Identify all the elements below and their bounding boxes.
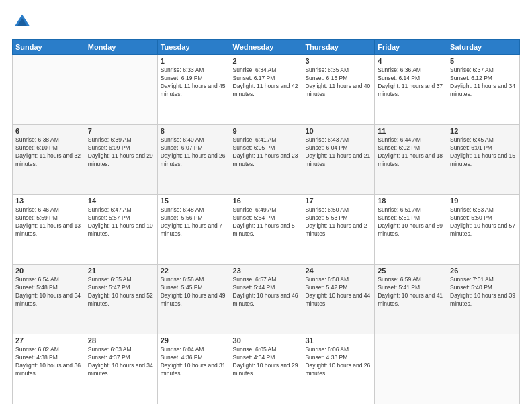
calendar-cell: 6Sunrise: 6:38 AM Sunset: 6:10 PM Daylig…	[13, 125, 85, 195]
cell-content: Sunrise: 6:47 AM Sunset: 5:57 PM Dayligh…	[88, 206, 154, 238]
calendar-cell: 7Sunrise: 6:39 AM Sunset: 6:09 PM Daylig…	[85, 125, 157, 195]
calendar-cell: 16Sunrise: 6:49 AM Sunset: 5:54 PM Dayli…	[230, 195, 302, 265]
calendar-cell: 15Sunrise: 6:48 AM Sunset: 5:56 PM Dayli…	[157, 195, 230, 265]
calendar-cell: 3Sunrise: 6:35 AM Sunset: 6:15 PM Daylig…	[302, 55, 375, 125]
day-number: 12	[450, 127, 517, 135]
calendar-cell: 19Sunrise: 6:53 AM Sunset: 5:50 PM Dayli…	[447, 195, 520, 265]
calendar-cell: 20Sunrise: 6:54 AM Sunset: 5:48 PM Dayli…	[13, 265, 85, 334]
day-number: 6	[15, 127, 82, 135]
day-number: 24	[305, 267, 371, 275]
cell-content: Sunrise: 6:44 AM Sunset: 6:02 PM Dayligh…	[378, 136, 444, 169]
cell-content: Sunrise: 6:35 AM Sunset: 6:15 PM Dayligh…	[305, 66, 371, 99]
day-number: 16	[233, 197, 300, 205]
day-number: 25	[378, 267, 444, 275]
calendar-cell: 17Sunrise: 6:50 AM Sunset: 5:53 PM Dayli…	[302, 195, 375, 265]
day-number: 22	[161, 267, 227, 275]
calendar-cell: 27Sunrise: 6:02 AM Sunset: 4:38 PM Dayli…	[13, 334, 85, 404]
calendar-cell: 23Sunrise: 6:57 AM Sunset: 5:44 PM Dayli…	[230, 265, 302, 334]
calendar-cell: 13Sunrise: 6:46 AM Sunset: 5:59 PM Dayli…	[13, 195, 85, 265]
cell-content: Sunrise: 6:45 AM Sunset: 6:01 PM Dayligh…	[450, 136, 517, 169]
cell-content: Sunrise: 6:40 AM Sunset: 6:07 PM Dayligh…	[161, 136, 227, 169]
calendar-cell: 11Sunrise: 6:44 AM Sunset: 6:02 PM Dayli…	[375, 125, 447, 195]
calendar-cell: 18Sunrise: 6:51 AM Sunset: 5:51 PM Dayli…	[375, 195, 447, 265]
calendar-cell: 9Sunrise: 6:41 AM Sunset: 6:05 PM Daylig…	[230, 125, 302, 195]
calendar-header-row: SundayMondayTuesdayWednesdayThursdayFrid…	[13, 40, 520, 55]
calendar-cell: 31Sunrise: 6:06 AM Sunset: 4:33 PM Dayli…	[302, 334, 375, 404]
day-number: 31	[305, 336, 371, 345]
calendar-cell: 30Sunrise: 6:05 AM Sunset: 4:34 PM Dayli…	[230, 334, 302, 404]
day-header-sunday: Sunday	[13, 40, 85, 55]
calendar-cell: 22Sunrise: 6:56 AM Sunset: 5:45 PM Dayli…	[157, 265, 230, 334]
day-header-thursday: Thursday	[302, 40, 375, 55]
cell-content: Sunrise: 6:48 AM Sunset: 5:56 PM Dayligh…	[161, 206, 227, 238]
calendar-week-4: 20Sunrise: 6:54 AM Sunset: 5:48 PM Dayli…	[13, 265, 520, 334]
calendar-cell: 29Sunrise: 6:04 AM Sunset: 4:36 PM Dayli…	[157, 334, 230, 404]
calendar-cell: 10Sunrise: 6:43 AM Sunset: 6:04 PM Dayli…	[302, 125, 375, 195]
day-number: 7	[88, 127, 154, 135]
day-header-monday: Monday	[85, 40, 157, 55]
cell-content: Sunrise: 6:34 AM Sunset: 6:17 PM Dayligh…	[233, 66, 300, 99]
cell-content: Sunrise: 6:05 AM Sunset: 4:34 PM Dayligh…	[233, 346, 300, 378]
calendar-cell: 5Sunrise: 6:37 AM Sunset: 6:12 PM Daylig…	[447, 55, 520, 125]
day-number: 20	[15, 267, 82, 275]
cell-content: Sunrise: 6:36 AM Sunset: 6:14 PM Dayligh…	[378, 66, 444, 99]
cell-content: Sunrise: 7:01 AM Sunset: 5:40 PM Dayligh…	[450, 276, 517, 308]
cell-content: Sunrise: 6:43 AM Sunset: 6:04 PM Dayligh…	[305, 136, 371, 169]
calendar-cell: 21Sunrise: 6:55 AM Sunset: 5:47 PM Dayli…	[85, 265, 157, 334]
calendar-cell: 12Sunrise: 6:45 AM Sunset: 6:01 PM Dayli…	[447, 125, 520, 195]
calendar-cell: 14Sunrise: 6:47 AM Sunset: 5:57 PM Dayli…	[85, 195, 157, 265]
day-number: 15	[161, 197, 227, 205]
day-number: 19	[450, 197, 517, 205]
calendar: SundayMondayTuesdayWednesdayThursdayFrid…	[12, 39, 520, 404]
calendar-cell: 26Sunrise: 7:01 AM Sunset: 5:40 PM Dayli…	[447, 265, 520, 334]
day-header-tuesday: Tuesday	[157, 40, 230, 55]
day-number: 27	[15, 336, 82, 345]
cell-content: Sunrise: 6:51 AM Sunset: 5:51 PM Dayligh…	[378, 206, 444, 238]
day-number: 26	[450, 267, 517, 275]
day-number: 23	[233, 267, 300, 275]
cell-content: Sunrise: 6:39 AM Sunset: 6:09 PM Dayligh…	[88, 136, 154, 169]
page: SundayMondayTuesdayWednesdayThursdayFrid…	[0, 0, 532, 411]
day-number: 29	[161, 336, 227, 345]
calendar-week-5: 27Sunrise: 6:02 AM Sunset: 4:38 PM Dayli…	[13, 334, 520, 404]
calendar-cell	[85, 55, 157, 125]
day-number: 13	[15, 197, 82, 205]
day-header-friday: Friday	[375, 40, 447, 55]
calendar-cell	[447, 334, 520, 404]
day-number: 21	[88, 267, 154, 275]
day-number: 3	[305, 57, 371, 65]
calendar-cell: 25Sunrise: 6:59 AM Sunset: 5:41 PM Dayli…	[375, 265, 447, 334]
cell-content: Sunrise: 6:38 AM Sunset: 6:10 PM Dayligh…	[15, 136, 82, 169]
cell-content: Sunrise: 6:33 AM Sunset: 6:19 PM Dayligh…	[161, 66, 227, 99]
day-number: 28	[88, 336, 154, 345]
calendar-cell: 28Sunrise: 6:03 AM Sunset: 4:37 PM Dayli…	[85, 334, 157, 404]
day-header-saturday: Saturday	[447, 40, 520, 55]
cell-content: Sunrise: 6:46 AM Sunset: 5:59 PM Dayligh…	[15, 206, 82, 238]
day-number: 18	[378, 197, 444, 205]
day-number: 8	[161, 127, 227, 135]
cell-content: Sunrise: 6:49 AM Sunset: 5:54 PM Dayligh…	[233, 206, 300, 238]
cell-content: Sunrise: 6:03 AM Sunset: 4:37 PM Dayligh…	[88, 346, 154, 378]
cell-content: Sunrise: 6:06 AM Sunset: 4:33 PM Dayligh…	[305, 346, 371, 378]
cell-content: Sunrise: 6:50 AM Sunset: 5:53 PM Dayligh…	[305, 206, 371, 238]
day-number: 9	[233, 127, 300, 135]
calendar-cell: 1Sunrise: 6:33 AM Sunset: 6:19 PM Daylig…	[157, 55, 230, 125]
cell-content: Sunrise: 6:57 AM Sunset: 5:44 PM Dayligh…	[233, 276, 300, 308]
day-header-wednesday: Wednesday	[230, 40, 302, 55]
day-number: 5	[450, 57, 517, 65]
day-number: 17	[305, 197, 371, 205]
day-number: 1	[161, 57, 227, 65]
cell-content: Sunrise: 6:04 AM Sunset: 4:36 PM Dayligh…	[161, 346, 227, 378]
calendar-week-3: 13Sunrise: 6:46 AM Sunset: 5:59 PM Dayli…	[13, 195, 520, 265]
day-number: 4	[378, 57, 444, 65]
cell-content: Sunrise: 6:53 AM Sunset: 5:50 PM Dayligh…	[450, 206, 517, 238]
cell-content: Sunrise: 6:41 AM Sunset: 6:05 PM Dayligh…	[233, 136, 300, 169]
day-number: 14	[88, 197, 154, 205]
day-number: 10	[305, 127, 371, 135]
calendar-week-2: 6Sunrise: 6:38 AM Sunset: 6:10 PM Daylig…	[13, 125, 520, 195]
calendar-cell: 8Sunrise: 6:40 AM Sunset: 6:07 PM Daylig…	[157, 125, 230, 195]
cell-content: Sunrise: 6:37 AM Sunset: 6:12 PM Dayligh…	[450, 66, 517, 99]
calendar-cell: 2Sunrise: 6:34 AM Sunset: 6:17 PM Daylig…	[230, 55, 302, 125]
cell-content: Sunrise: 6:56 AM Sunset: 5:45 PM Dayligh…	[161, 276, 227, 308]
calendar-cell	[375, 334, 447, 404]
